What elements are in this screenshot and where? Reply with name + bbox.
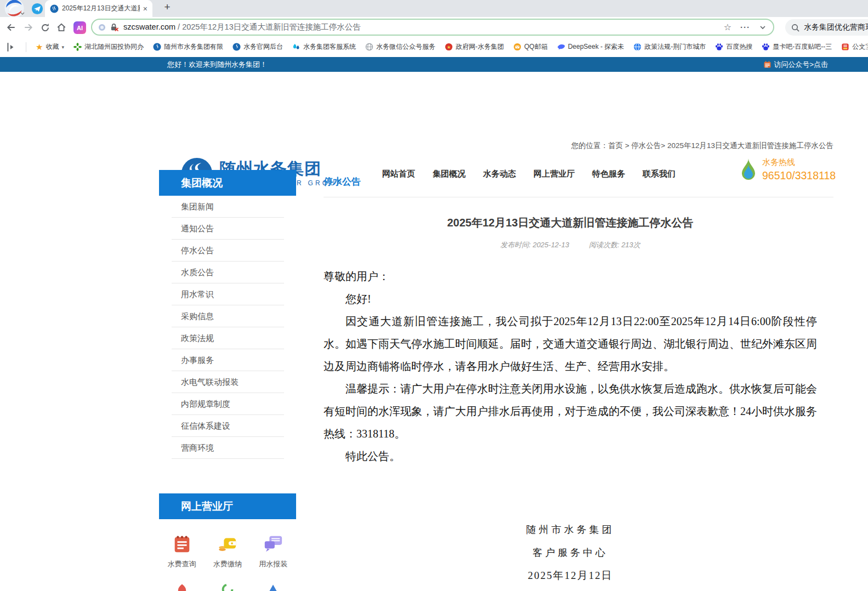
service-icon-partial-3[interactable] bbox=[251, 583, 296, 591]
bookmark-star-icon[interactable]: ☆ bbox=[724, 22, 731, 32]
forward-icon[interactable] bbox=[22, 21, 35, 34]
service-water-fee-query[interactable]: 水费查询 bbox=[159, 533, 205, 569]
url-domain: szcswater.com bbox=[123, 22, 175, 31]
site-top-bar: 您好！欢迎来到随州水务集团！ 访问公众号>点击 bbox=[0, 57, 868, 72]
side-panel-icon[interactable] bbox=[5, 42, 16, 52]
bookmark-item[interactable]: 湖北随州国投协同办 bbox=[73, 42, 144, 52]
chat-bubbles-icon bbox=[263, 533, 283, 554]
bookmark-item[interactable]: 水务官网后台 bbox=[232, 42, 283, 52]
sidebar: 集团概况 集团新闻 通知公告 停水公告 水质公告 用水常识 采购信息 政策法规 … bbox=[159, 170, 296, 591]
url-bar[interactable]: szcswater.com / 2025年12月13日交通大道新旧管连接施工停水… bbox=[91, 19, 774, 36]
water-group-icon bbox=[232, 43, 241, 51]
calendar-icon bbox=[763, 60, 771, 69]
article-body: 尊敬的用户： 您好! 因交通大道新旧管连接施工，我公司拟于2025年12月13日… bbox=[324, 265, 833, 468]
baidu-paw-icon bbox=[762, 43, 770, 51]
sidebar-section-overview: 集团概况 bbox=[159, 170, 296, 196]
sidebar-item-procurement[interactable]: 采购信息 bbox=[159, 305, 296, 327]
bookmark-item[interactable]: 政策法规-荆门市城市 bbox=[633, 42, 706, 52]
site-header: 随州水务集团 SUIZHOU WATER GROUP 网站首页 集团概况 水务动… bbox=[0, 72, 868, 134]
tab-close-icon[interactable]: × bbox=[143, 5, 147, 13]
hotline-label: 水务热线 bbox=[762, 157, 836, 168]
url-more-icon[interactable]: ··· bbox=[740, 22, 750, 32]
bookmark-item[interactable]: 随州市水务集团有限 bbox=[153, 42, 223, 52]
welcome-text: 您好！欢迎来到随州水务集团！ bbox=[167, 60, 267, 70]
service-water-install[interactable]: 用水报装 bbox=[251, 533, 296, 569]
water-group-icon bbox=[153, 43, 161, 51]
url-text: szcswater.com / 2025年12月13日交通大道新旧管连接施工停水… bbox=[123, 22, 719, 32]
article-paragraph: 特此公告。 bbox=[324, 445, 817, 468]
flower-icon bbox=[73, 43, 82, 51]
bookmark-item[interactable]: 水务集团客服系统 bbox=[292, 42, 356, 52]
doc-treasure-icon bbox=[841, 43, 849, 51]
article-hello: 您好! bbox=[324, 288, 817, 310]
bookmark-item[interactable]: 水务微信公众号服务 bbox=[365, 42, 435, 52]
bookmark-item[interactable]: 显卡吧-百度贴吧--三 bbox=[762, 42, 832, 52]
reader-mode-icon[interactable] bbox=[99, 24, 105, 31]
blue-globe-icon bbox=[633, 43, 642, 51]
sidebar-item-policies[interactable]: 政策法规 bbox=[159, 327, 296, 349]
article-paragraph: 温馨提示：请广大用户在停水时注意关闭用水设施，以免供水恢复后造成跑水。供水恢复后… bbox=[324, 378, 817, 445]
article-paragraph: 因交通大道新旧管连接施工，我公司拟于2025年12月13日22:00至2025年… bbox=[324, 310, 817, 378]
bookmark-item[interactable]: ★ 政府网-水务集团 bbox=[445, 42, 504, 52]
globe-icon bbox=[365, 43, 373, 51]
bookmark-item[interactable]: QQ邮箱 bbox=[513, 42, 548, 52]
article-meta: 发布时间: 2025-12-13 阅读次数: 213次 bbox=[324, 240, 833, 250]
bookmark-favorites[interactable]: ★ 收藏 ▾ bbox=[36, 42, 64, 52]
quick-search-input[interactable] bbox=[804, 23, 868, 32]
browser-toolbar: AI szcswater.com / 2025年12月13日交通大道新旧管连接施… bbox=[0, 17, 868, 38]
article-category-title: 停水公告 bbox=[324, 175, 833, 188]
service-water-fee-pay[interactable]: 水费缴纳 bbox=[205, 533, 250, 569]
browser-logo-caret-icon[interactable] bbox=[20, 9, 25, 14]
search-icon bbox=[791, 24, 799, 32]
active-tab[interactable]: 2025年12月13日交通大道新 × bbox=[45, 0, 152, 17]
sidebar-item-internal-rules[interactable]: 内部规章制度 bbox=[159, 393, 296, 415]
signature-date: 2025年12月12日 bbox=[324, 564, 817, 587]
sidebar-item-group-news[interactable]: 集团新闻 bbox=[159, 196, 296, 218]
back-icon[interactable] bbox=[4, 21, 18, 34]
quick-search-box[interactable] bbox=[785, 19, 868, 36]
breadcrumb-prefix: 您的位置： bbox=[571, 141, 608, 150]
view-count: 阅读次数: 213次 bbox=[589, 240, 640, 250]
article-signature: 随州市水务集团 客户服务中心 2025年12月12日 bbox=[324, 518, 833, 587]
tab-favicon-water-icon bbox=[50, 4, 59, 13]
article-greeting: 尊敬的用户： bbox=[324, 265, 817, 288]
favorites-star-icon: ★ bbox=[36, 42, 43, 52]
new-tab-button[interactable]: + bbox=[160, 1, 174, 13]
sidebar-item-credit-system[interactable]: 征信体系建设 bbox=[159, 415, 296, 437]
breadcrumb-home[interactable]: 首页 bbox=[608, 141, 623, 150]
sidebar-item-water-outage[interactable]: 停水公告 bbox=[159, 240, 296, 262]
url-dropdown-icon[interactable] bbox=[759, 24, 767, 31]
sidebar-item-water-quality[interactable]: 水质公告 bbox=[159, 262, 296, 283]
svg-text:★: ★ bbox=[447, 44, 451, 50]
bookmarks-bar: ★ 收藏 ▾ 湖北随州国投协同办 随州市水务集团有限 水务官网后台 水务集团客服… bbox=[0, 38, 868, 56]
reload-icon[interactable] bbox=[38, 21, 52, 34]
browser-tab-strip: 2025年12月13日交通大道新 × + bbox=[0, 0, 868, 17]
bookmark-item[interactable]: DeepSeek - 探索未 bbox=[557, 42, 625, 52]
sidebar-item-business-env[interactable]: 营商环境 bbox=[159, 437, 296, 459]
service-icon-partial-1[interactable] bbox=[159, 583, 205, 591]
article-panel: 停水公告 2025年12月13日交通大道新旧管连接施工停水公告 发布时间: 20… bbox=[324, 175, 833, 587]
breadcrumb-current: 2025年12月13日交通大道新旧管连接施工停水公告 bbox=[667, 141, 833, 150]
category-divider bbox=[324, 197, 833, 197]
publish-date: 发布时间: 2025-12-13 bbox=[500, 240, 569, 250]
insecure-lock-icon[interactable] bbox=[110, 23, 119, 31]
breadcrumb-category[interactable]: 停水公告 bbox=[631, 141, 661, 150]
breadcrumb: 您的位置：首页 > 停水公告> 2025年12月13日交通大道新旧管连接施工停水… bbox=[571, 141, 833, 151]
sidebar-item-services[interactable]: 办事服务 bbox=[159, 349, 296, 371]
pinned-tab-telegram-icon[interactable] bbox=[31, 3, 43, 15]
sidebar-item-notices[interactable]: 通知公告 bbox=[159, 218, 296, 240]
sidebar-item-joint-install[interactable]: 水电气联动报装 bbox=[159, 371, 296, 393]
public-account-link[interactable]: 访问公众号>点击 bbox=[763, 60, 828, 70]
home-icon[interactable] bbox=[55, 21, 68, 34]
bookmarks-divider bbox=[26, 42, 26, 52]
notepad-icon bbox=[172, 533, 192, 554]
bookmark-item[interactable]: 百度热搜 bbox=[715, 42, 752, 52]
bookmark-item[interactable]: 公文宝 bbox=[841, 42, 868, 52]
tab-title: 2025年12月13日交通大道新 bbox=[62, 4, 140, 13]
favorites-caret-icon: ▾ bbox=[61, 44, 64, 50]
gov-emblem-icon: ★ bbox=[445, 43, 453, 51]
url-path: / 2025年12月13日交通大道新旧管连接施工停水公告 bbox=[175, 22, 361, 31]
service-icon-partial-2[interactable] bbox=[205, 583, 250, 591]
sidebar-item-water-knowledge[interactable]: 用水常识 bbox=[159, 283, 296, 305]
ai-extension-icon[interactable]: AI bbox=[73, 21, 86, 34]
